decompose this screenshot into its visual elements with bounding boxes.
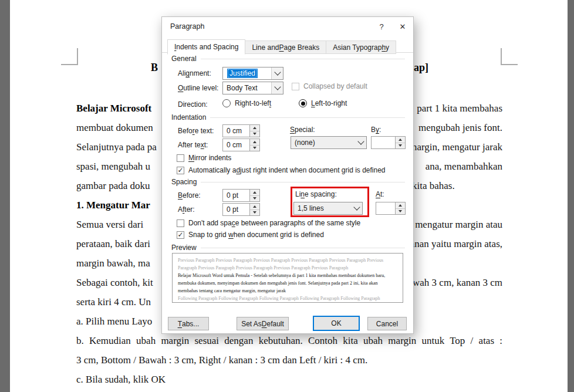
doc-text: Semua versi dari (76, 219, 143, 231)
collapsed-by-default-label: Collapsed by default (303, 82, 367, 90)
spin-up-icon[interactable] (396, 202, 405, 209)
tabs-button[interactable]: Tabs... (168, 317, 209, 330)
spacing-after-label: After: (178, 205, 195, 214)
spin-down-icon[interactable] (250, 131, 259, 137)
help-icon[interactable]: ? (371, 17, 392, 36)
doc-text: kita bahas. (412, 180, 455, 192)
special-value: (none) (291, 137, 355, 148)
direction-label: Direction: (178, 100, 208, 109)
auto-adjust-label: Automatically adjust right indent when d… (188, 166, 386, 174)
mirror-indents-label: Mirror indents (188, 154, 231, 162)
group-general: General (171, 55, 405, 63)
doc-title-fragment-left: B (151, 62, 158, 74)
radio-left-to-right[interactable]: Left-to-right (299, 99, 347, 107)
doc-text: part 1 kita membahas (417, 103, 502, 114)
spin-up-icon[interactable] (250, 125, 259, 131)
chevron-down-icon[interactable] (355, 137, 366, 148)
doc-title-fragment-right: ap] (414, 62, 428, 74)
alignment-label: Alignment: (178, 69, 211, 77)
doc-text: margin bawah, ma (76, 258, 150, 269)
group-spacing-label: Spacing (171, 178, 197, 186)
alignment-combobox[interactable]: Justified (222, 67, 283, 80)
spacing-before-value[interactable]: 0 pt (223, 190, 249, 201)
doc-text: mengatur margin atau (415, 219, 502, 231)
ok-button[interactable]: OK (313, 316, 360, 331)
doc-line: b. Kemudian ubah margin sesuai dengan ke… (76, 335, 502, 347)
doc-text: ana, menambahkan (426, 161, 502, 173)
doc-text: c. Bila sudah, klik OK (76, 374, 166, 386)
cancel-button[interactable]: Cancel (367, 317, 407, 330)
checkbox-icon (292, 83, 299, 90)
spin-up-icon[interactable] (250, 204, 259, 210)
spin-up-icon[interactable] (396, 137, 405, 143)
group-preview-label: Preview (171, 244, 197, 252)
at-spinner[interactable] (376, 202, 406, 215)
radio-right-to-left[interactable]: Right-to-left (222, 99, 271, 107)
doc-text: 3 cm, Bottom / Bawah : 3 cm, Right / kan… (76, 354, 367, 366)
chevron-down-icon[interactable] (271, 82, 283, 94)
special-label: Special: (290, 126, 315, 134)
snap-to-grid-checkbox[interactable]: Snap to grid when document grid is defin… (177, 231, 324, 239)
after-text-spinner[interactable]: 0 cm (222, 138, 260, 151)
group-spacing: Spacing (171, 178, 405, 186)
collapsed-by-default-checkbox: Collapsed by default (292, 82, 367, 90)
doc-line: c. Bila sudah, klik OK (76, 374, 502, 389)
spacing-before-spinner[interactable]: 0 pt (222, 189, 260, 202)
group-indentation: Indentation (171, 113, 405, 121)
doc-text: a. Pilih menu Layo (76, 316, 152, 327)
at-value[interactable] (376, 202, 395, 214)
preview-box: Previous Paragraph Previous Paragraph Pr… (172, 253, 403, 303)
rtl-label: Right-to-left (235, 99, 271, 107)
spin-up-icon[interactable] (250, 139, 259, 146)
before-text-value[interactable]: 0 cm (223, 125, 249, 137)
red-annotation-box (291, 187, 369, 217)
doc-text: Selanjutnya pada pa (76, 141, 157, 153)
tab-asian-typography[interactable]: Asian Typography (326, 40, 396, 54)
spin-down-icon[interactable] (396, 209, 405, 215)
radio-icon[interactable] (222, 99, 231, 107)
ltr-label: Left-to-right (311, 99, 347, 107)
checkbox-checked-icon[interactable] (177, 167, 184, 174)
spin-down-icon[interactable] (250, 210, 259, 216)
spacing-before-label: Before: (178, 191, 201, 200)
doc-text: 1. Mengatur Mar (76, 200, 150, 211)
special-combobox[interactable]: (none) (291, 136, 367, 149)
spin-up-icon[interactable] (250, 190, 259, 196)
outline-level-label: Outline level: (178, 84, 218, 92)
dont-add-space-label: Don't add space between paragraphs of th… (188, 219, 360, 227)
alignment-value: Justified (227, 69, 258, 78)
mirror-indents-checkbox[interactable]: Mirror indents (177, 154, 231, 162)
preview-previous-text: Previous Paragraph Previous Paragraph Pr… (178, 258, 383, 271)
dialog-titlebar[interactable]: Paragraph ? ✕ (162, 17, 413, 36)
auto-adjust-right-indent-checkbox[interactable]: Automatically adjust right indent when d… (177, 166, 386, 174)
dont-add-space-checkbox[interactable]: Don't add space between paragraphs of th… (177, 219, 360, 227)
checkbox-icon[interactable] (177, 154, 184, 162)
chevron-down-icon[interactable] (271, 67, 283, 79)
after-text-value[interactable]: 0 cm (223, 139, 249, 151)
spacing-after-spinner[interactable]: 0 pt (222, 203, 260, 216)
tab-line-and-page-breaks[interactable]: Line and Page Breaks (245, 40, 326, 54)
spin-down-icon[interactable] (250, 146, 259, 151)
checkbox-checked-icon[interactable] (177, 231, 184, 239)
spacing-after-value[interactable]: 0 pt (223, 204, 249, 215)
doc-text: kanan yaitu margin atas, (405, 238, 502, 250)
group-indentation-label: Indentation (171, 113, 206, 121)
spin-down-icon[interactable] (250, 196, 259, 202)
by-value[interactable] (372, 137, 395, 148)
outline-level-combobox[interactable]: Body Text (222, 82, 283, 94)
tab-indents-and-spacing[interactable]: Indents and Spacing (167, 39, 245, 55)
preview-sample-text: Belajar Microsoft Word untuk Pemula - Se… (178, 272, 397, 295)
doc-text: Sebagai contoh, kit (76, 277, 153, 289)
doc-line: 3 cm, Bottom / Bawah : 3 cm, Right / kan… (76, 354, 502, 370)
by-spinner[interactable] (371, 136, 406, 149)
doc-text: serta kiri 4 cm. Un (76, 296, 151, 308)
spin-down-icon[interactable] (396, 143, 405, 149)
scrollbar-track[interactable] (568, 0, 574, 392)
close-icon[interactable]: ✕ (392, 17, 413, 36)
after-text-label: After text: (178, 141, 208, 149)
radio-selected-icon[interactable] (299, 99, 307, 107)
before-text-spinner[interactable]: 0 cm (222, 124, 260, 137)
set-as-default-button[interactable]: Set As Default (237, 317, 289, 330)
paragraph-dialog: Paragraph ? ✕ Indents and Spacing Line a… (161, 16, 414, 334)
checkbox-icon[interactable] (177, 219, 184, 227)
